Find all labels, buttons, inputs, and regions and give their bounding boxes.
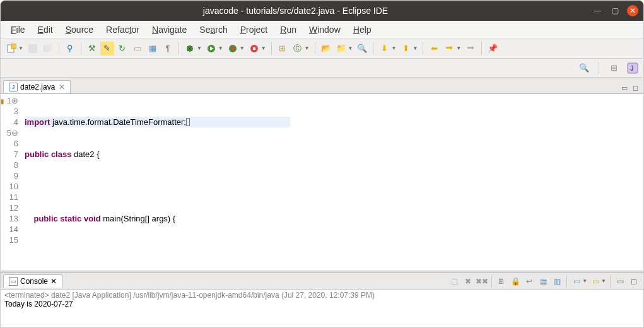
perspective-toolbar: 🔍 ⊞ J bbox=[1, 59, 643, 78]
editor-tab-date2[interactable]: J date2.java ✕ bbox=[3, 80, 71, 93]
maximize-button[interactable]: ▢ bbox=[609, 5, 621, 16]
main-toolbar: ▼ ⚲ ⚒ ✎ ↻ ▭ ▦ ¶ ▼ ▼ ▼ ▼ ⊞ Ⓒ ▼ 📂 📁 ▼ 🔍 ⬇ … bbox=[1, 38, 643, 59]
java-perspective-icon[interactable]: J bbox=[626, 61, 640, 75]
external-dropdown-icon[interactable]: ▼ bbox=[261, 45, 266, 51]
debug-icon[interactable] bbox=[183, 42, 197, 56]
svg-rect-11 bbox=[253, 47, 255, 50]
wand-icon[interactable]: ⚲ bbox=[63, 42, 77, 56]
prev-annotation-icon[interactable]: ⬆ bbox=[399, 42, 413, 56]
paragraph-icon[interactable]: ¶ bbox=[161, 42, 175, 56]
coverage-dropdown-icon[interactable]: ▼ bbox=[240, 45, 245, 51]
remove-all-icon[interactable]: ✖✖ bbox=[476, 275, 488, 288]
prev-ann-dropdown-icon[interactable]: ▼ bbox=[413, 45, 418, 51]
display-dropdown-icon[interactable]: ▼ bbox=[582, 278, 587, 284]
external-tools-icon[interactable] bbox=[247, 42, 261, 56]
pin-icon[interactable]: 📌 bbox=[486, 42, 500, 56]
editor-tab-label: date2.java bbox=[20, 83, 55, 91]
editor-tab-row: J date2.java ✕ ▭ ◻ bbox=[1, 78, 643, 94]
open-console-dropdown-icon[interactable]: ▼ bbox=[601, 278, 606, 284]
last-edit-icon[interactable]: ⮕ bbox=[464, 42, 477, 56]
refresh-icon[interactable]: ↻ bbox=[115, 42, 129, 56]
menu-project[interactable]: Project bbox=[234, 23, 274, 36]
toggle-icon[interactable]: ▦ bbox=[146, 42, 160, 56]
menu-run[interactable]: Run bbox=[274, 23, 303, 36]
new-icon[interactable] bbox=[4, 42, 18, 56]
next-ann-dropdown-icon[interactable]: ▼ bbox=[391, 45, 396, 51]
menu-help[interactable]: Help bbox=[347, 23, 378, 36]
run-dropdown-icon[interactable]: ▼ bbox=[218, 45, 223, 51]
open-perspective-icon[interactable]: ⊞ bbox=[607, 61, 621, 75]
run-icon[interactable] bbox=[204, 42, 218, 56]
open-console-icon[interactable]: ▭ bbox=[589, 275, 602, 288]
console-header: ▭ Console ✕ ▢ ✖ ✖✖ 🗎 🔒 ↩ ▤ ▥ ▭ ▼ ▭ ▼ ▭ ◻ bbox=[1, 273, 643, 290]
coverage-icon[interactable] bbox=[226, 42, 240, 56]
display-select-icon[interactable]: ▭ bbox=[570, 275, 583, 288]
new-dropdown-icon[interactable]: ▼ bbox=[18, 45, 23, 51]
maximize-view-icon[interactable]: ◻ bbox=[630, 83, 641, 93]
minimize-console-icon[interactable]: ▭ bbox=[614, 275, 626, 288]
minimize-button[interactable]: — bbox=[592, 5, 603, 16]
show-console-icon[interactable]: ▤ bbox=[537, 275, 549, 288]
window-title: javacode - tutorials/src/date2.java - Ec… bbox=[6, 6, 585, 16]
new-class-icon[interactable]: Ⓒ bbox=[291, 42, 305, 56]
package-icon[interactable]: ▭ bbox=[131, 42, 144, 56]
line-gutter: ▮1⊕ 3 4 5⊖ 6 7 8 9 10 11 12 13 14 15 bbox=[1, 94, 22, 271]
next-annotation-icon[interactable]: ⬇ bbox=[377, 42, 391, 56]
menu-file[interactable]: File bbox=[4, 23, 32, 36]
window-titlebar: javacode - tutorials/src/date2.java - Ec… bbox=[1, 1, 643, 21]
save-icon[interactable] bbox=[26, 42, 40, 56]
console-tab-label: Console bbox=[20, 277, 48, 286]
console-tab[interactable]: ▭ Console ✕ bbox=[3, 274, 62, 288]
menu-source[interactable]: Source bbox=[59, 23, 100, 36]
open-task-icon[interactable]: 📁 bbox=[334, 42, 348, 56]
save-all-icon[interactable] bbox=[41, 42, 55, 56]
new-package-icon[interactable]: ⊞ bbox=[276, 42, 290, 56]
terminate-icon[interactable]: ▢ bbox=[448, 275, 460, 288]
pin-console-icon[interactable]: ▥ bbox=[551, 275, 563, 288]
clear-console-icon[interactable]: 🗎 bbox=[495, 275, 508, 288]
debug-dropdown-icon[interactable]: ▼ bbox=[197, 45, 202, 51]
build-icon[interactable]: ⚒ bbox=[85, 42, 99, 56]
svg-rect-4 bbox=[45, 44, 52, 50]
console-icon: ▭ bbox=[9, 277, 18, 286]
menu-edit[interactable]: Edit bbox=[32, 23, 59, 36]
svg-text:J: J bbox=[630, 65, 634, 72]
console-output[interactable]: <terminated> date2 [Java Application] /u… bbox=[1, 290, 643, 327]
code-area[interactable]: import java.time.format.DateTimeFormatte… bbox=[22, 94, 293, 271]
back-dropdown-icon[interactable]: ▼ bbox=[456, 45, 461, 51]
open-task-dropdown-icon[interactable]: ▼ bbox=[348, 45, 353, 51]
word-wrap-icon[interactable]: ↩ bbox=[523, 275, 536, 288]
highlight-icon[interactable]: ✎ bbox=[100, 42, 114, 56]
forward-icon[interactable]: ⮕ bbox=[442, 42, 456, 56]
search-open-icon[interactable]: 🔍 bbox=[355, 42, 369, 56]
maximize-console-icon[interactable]: ◻ bbox=[628, 275, 640, 288]
close-button[interactable]: ✕ bbox=[627, 5, 638, 16]
menu-refactor[interactable]: Refactor bbox=[100, 23, 146, 36]
console-terminated-line: <terminated> date2 [Java Application] /u… bbox=[4, 291, 640, 300]
new-class-dropdown-icon[interactable]: ▼ bbox=[305, 45, 310, 51]
menu-search[interactable]: Search bbox=[193, 23, 233, 36]
search-icon[interactable]: 🔍 bbox=[577, 61, 591, 75]
menu-window[interactable]: Window bbox=[303, 23, 347, 36]
minimize-view-icon[interactable]: ▭ bbox=[619, 83, 630, 93]
menu-navigate[interactable]: Navigate bbox=[146, 23, 193, 36]
svg-rect-9 bbox=[231, 47, 235, 50]
menu-bar: File Edit Source Refactor Navigate Searc… bbox=[1, 21, 643, 38]
console-output-line: Today is 2020-07-27 bbox=[4, 300, 640, 308]
remove-launch-icon[interactable]: ✖ bbox=[462, 275, 474, 288]
code-editor[interactable]: ▮1⊕ 3 4 5⊖ 6 7 8 9 10 11 12 13 14 15 imp… bbox=[1, 94, 643, 271]
java-file-icon: J bbox=[9, 83, 18, 91]
back-icon[interactable]: ⬅ bbox=[427, 42, 441, 56]
close-console-icon[interactable]: ✕ bbox=[50, 277, 57, 286]
open-type-icon[interactable]: 📂 bbox=[319, 42, 333, 56]
scroll-lock-icon[interactable]: 🔒 bbox=[509, 275, 522, 288]
close-tab-icon[interactable]: ✕ bbox=[59, 83, 65, 91]
svg-rect-1 bbox=[11, 44, 16, 49]
svg-rect-2 bbox=[28, 44, 37, 53]
